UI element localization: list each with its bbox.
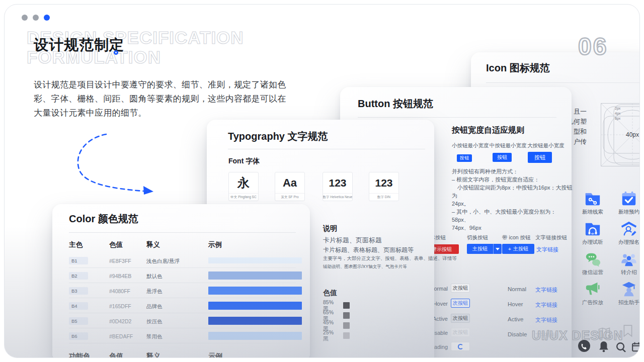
section-title: Font 字体: [228, 157, 260, 166]
medium-button-sample[interactable]: 按钮: [493, 153, 512, 162]
column-header: 主色: [69, 240, 83, 249]
gray-swatch-row: 65%黑: [323, 312, 350, 319]
secondary-button-normal[interactable]: 次按钮: [451, 284, 470, 293]
color-hex: #0D42D2: [109, 318, 131, 324]
wechat-chat-icon: [584, 250, 601, 267]
color-hex: #4080FF: [109, 288, 130, 294]
color-bar: [208, 317, 302, 325]
font-sample-en: Aa 英文 SF Pro: [275, 172, 305, 201]
section-title: 按钮宽度自适应规则: [452, 125, 524, 136]
color-bar: [208, 287, 302, 295]
text-link-normal[interactable]: 文字链接: [535, 286, 557, 294]
card-title: Icon 图标规范: [486, 61, 550, 75]
icon-example[interactable]: 办理报名: [618, 220, 639, 246]
toggle-button-sample[interactable]: 主按钮: [467, 244, 502, 254]
note-line: 主要字号，大部分正文文字、按钮、表格、表单、描述、详情等: [323, 255, 457, 262]
color-bar: [208, 257, 302, 263]
state-label: Active: [508, 316, 523, 322]
card-title: Color 颜色规范: [69, 212, 138, 226]
graduate-icon: [620, 281, 637, 298]
color-bar: [208, 332, 302, 340]
headset-folder-icon: [584, 220, 601, 237]
size-label: 小按钮最小宽度: [452, 142, 489, 149]
calendar-icon[interactable]: [631, 341, 640, 352]
table-row: B6 #BEDAFF 禁用色: [69, 328, 296, 343]
divider: [228, 149, 425, 149]
icon-example[interactable]: 新增线索: [582, 190, 603, 216]
divider: [486, 82, 640, 83]
note-line: 卡片标题、表格标题、页面标题等: [323, 246, 414, 254]
table-row: B5 #0D42D2 按压色: [69, 313, 296, 328]
color-hex: #94B4EB: [109, 273, 131, 279]
type-label: 带 icon 按钮: [502, 234, 531, 241]
color-hex: #165DFF: [109, 303, 131, 309]
column-header: 释义: [146, 240, 160, 249]
icon-label: 新增线索: [582, 209, 603, 216]
page-description: 设计规范是项目设计中要遵守的要求、细节、准则，规定了诸如色彩、字体、栅格、间距、…: [34, 78, 288, 120]
chevron-down-icon[interactable]: [493, 244, 502, 254]
large-button-sample[interactable]: 按钮: [528, 152, 552, 163]
table-row: B2 #94B4EB 默认色: [69, 268, 296, 283]
size-label: 大按钮最小宽度: [527, 142, 565, 149]
icon-label: 招生助手: [618, 299, 639, 306]
section-title: 色值: [323, 289, 337, 298]
text-link-active[interactable]: 文字链接: [535, 316, 557, 324]
note-line: 辅助说明、图表图示/XY轴文字、气泡卡片等: [323, 264, 407, 270]
slide-frame: DESIGN SPECIFICATION FORMULATION 设计规范制定 …: [4, 4, 640, 358]
gray-swatch-row: 45%黑: [323, 322, 350, 329]
type-label: 切换按钮: [467, 234, 488, 241]
size-label: 中按钮最小宽度: [490, 142, 527, 149]
route-folder-icon: [584, 190, 601, 207]
icon-label: 广告投放: [582, 299, 603, 306]
text-link-sample[interactable]: 文字链接: [536, 246, 558, 253]
color-meaning: 默认色: [146, 273, 163, 280]
icon-example[interactable]: 转介绍: [620, 250, 637, 276]
state-label: Hover: [508, 301, 523, 307]
table-row: B3 #4080FF 悬浮色: [69, 283, 296, 298]
text-link-hover[interactable]: 文字链接: [535, 301, 557, 309]
section-title: 说明: [323, 224, 337, 233]
type-label: 文字链接按钮: [535, 234, 567, 241]
icon-example[interactable]: 新增预约: [618, 190, 639, 216]
window-dot-3[interactable]: [44, 15, 50, 21]
column-header: 色值: [109, 240, 123, 249]
icon-label: 微信运营: [582, 269, 603, 276]
icon-grid-diagram: 2px 4px 8px 40px: [601, 103, 640, 167]
phone-icon[interactable]: [578, 339, 591, 352]
search-icon[interactable]: [615, 341, 626, 352]
color-name-chip: B4: [69, 302, 88, 310]
svg-text:2px: 2px: [615, 107, 621, 111]
table-row: B1 #E8F3FF 浅色白底/悬浮: [69, 253, 296, 268]
gray-swatch-row: 85%黑: [323, 302, 350, 309]
font-sample-number-helvetica: 123 数字 Helvetica Neue: [323, 172, 353, 201]
title-dot-icon: [114, 50, 118, 55]
icon-label: 转介绍: [621, 269, 637, 276]
icon-label: 新增预约: [618, 209, 639, 216]
secondary-button-active[interactable]: 次按钮: [451, 314, 470, 323]
icon-example[interactable]: 办理试听: [582, 220, 603, 246]
secondary-button-hover[interactable]: 次按钮: [451, 299, 470, 308]
icon-button-sample[interactable]: + 主按钮: [502, 244, 534, 254]
color-swatch: [343, 312, 350, 319]
icon-example[interactable]: 招生助手: [618, 281, 639, 306]
small-button-sample[interactable]: 按钮: [457, 154, 472, 162]
loading-spinner-icon: [458, 344, 463, 349]
window-dot-1[interactable]: [22, 15, 28, 21]
icon-label: 办理试听: [582, 239, 603, 246]
bell-icon[interactable]: [598, 340, 609, 352]
toggle-button-main[interactable]: 主按钮: [467, 244, 493, 254]
color-name-chip: B2: [69, 272, 88, 280]
window-dot-2[interactable]: [33, 15, 39, 21]
color-meaning: 品牌色: [146, 303, 163, 310]
font-sample-number-din: 123 数字 DIN: [369, 172, 399, 201]
icon-example[interactable]: 微信运营: [582, 250, 603, 276]
color-swatch: [343, 322, 350, 329]
state-label: Disable: [508, 331, 527, 337]
referral-people-icon: [620, 250, 637, 267]
icon-example[interactable]: 广告投放: [582, 281, 603, 306]
card-title: Typography 文字规范: [228, 130, 328, 143]
color-bar: [208, 302, 302, 310]
color-hex: #BEDAFF: [109, 333, 133, 339]
svg-text:40px: 40px: [626, 131, 639, 138]
svg-text:8px: 8px: [615, 117, 621, 121]
